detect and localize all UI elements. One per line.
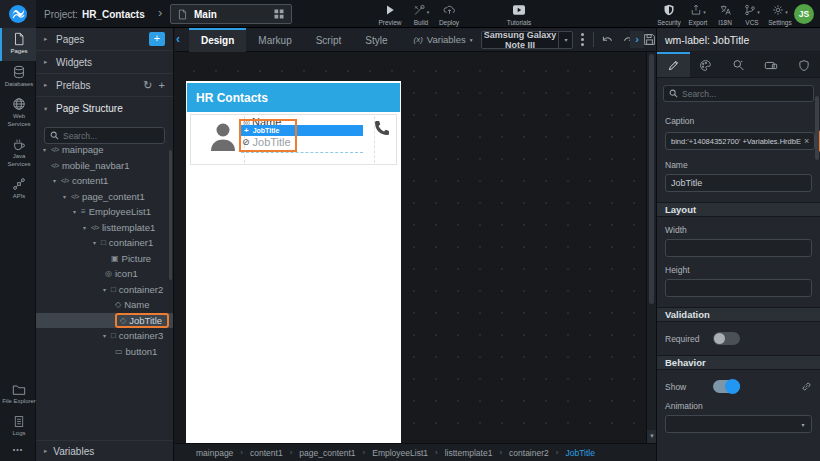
- name-input[interactable]: JobTitle: [665, 174, 812, 192]
- collapse-left-panel-icon[interactable]: ‹: [176, 32, 180, 46]
- height-input[interactable]: [665, 279, 812, 297]
- rail-item-databases[interactable]: Databases: [0, 61, 36, 94]
- caption-input[interactable]: bind:'+14084352700' +Variables.HrdbE ×: [665, 132, 815, 150]
- add-page-button[interactable]: +: [149, 32, 165, 46]
- section-page-structure[interactable]: ▾ Page Structure: [36, 97, 173, 120]
- canvas-scrollbar-thumb[interactable]: [649, 54, 654, 304]
- section-prefabs[interactable]: ▸ Prefabs ↻ +: [36, 74, 173, 97]
- tab-properties[interactable]: [657, 52, 690, 77]
- app-logo[interactable]: [0, 0, 36, 28]
- tree-node-content1[interactable]: ▾</>content1: [36, 173, 173, 189]
- prefabs-add-icon[interactable]: +: [159, 79, 165, 91]
- variables-dropdown[interactable]: (x) Variables ▾: [414, 34, 473, 45]
- breadcrumb-item-EmployeeList1[interactable]: EmployeeList1: [372, 448, 428, 458]
- rail-item-apis[interactable]: APIs: [0, 173, 36, 206]
- canvas-workspace[interactable]: HR Contacts ◎ Name +: [175, 52, 646, 443]
- preview-label: Preview: [378, 19, 401, 26]
- collapse-right-panel-icon[interactable]: ›: [630, 31, 644, 48]
- breadcrumb-item-page_content1[interactable]: page_content1: [299, 448, 355, 458]
- width-input[interactable]: [665, 239, 812, 257]
- page-file-icon: [177, 8, 188, 21]
- device-icon: [764, 59, 778, 72]
- tab-device[interactable]: [755, 52, 788, 77]
- settings-button[interactable]: ▾ Settings: [763, 2, 797, 27]
- save-icon[interactable]: [643, 33, 656, 46]
- tree-node-listtemplate1[interactable]: ▾</>listtemplate1: [36, 220, 173, 236]
- tree-node-mobile_navbar1[interactable]: </>mobile_navbar1: [36, 158, 173, 174]
- properties-search-input[interactable]: Search...: [663, 85, 814, 102]
- tree-expand-icon[interactable]: ▾: [91, 239, 98, 246]
- pages-grid-icon[interactable]: [273, 8, 285, 20]
- tree-node-Picture[interactable]: ▣Picture: [36, 251, 173, 267]
- canvas-tab-script[interactable]: Script: [304, 28, 354, 52]
- layout-section-header[interactable]: Layout: [657, 202, 820, 217]
- canvas-tab-design[interactable]: Design: [189, 28, 246, 52]
- picture-person-icon[interactable]: [209, 121, 237, 153]
- rail-item-java-services[interactable]: Java Services: [0, 133, 36, 173]
- prefabs-refresh-icon[interactable]: ↻: [143, 79, 152, 92]
- page-tab-main[interactable]: Main: [170, 4, 292, 24]
- phone-preview[interactable]: HR Contacts ◎ Name +: [186, 81, 401, 461]
- tab-events[interactable]: [722, 52, 755, 77]
- behavior-section-header[interactable]: Behavior: [657, 355, 820, 370]
- phone-call-icon[interactable]: [373, 119, 391, 137]
- tree-expand-icon[interactable]: ▾: [41, 146, 48, 153]
- preview-button[interactable]: Preview: [373, 2, 407, 27]
- caption-clear-icon[interactable]: ×: [804, 136, 809, 146]
- tree-node-JobTitle[interactable]: ◇JobTitle: [36, 313, 173, 329]
- rail-item-pages[interactable]: Pages: [0, 28, 36, 61]
- tree-expand-icon[interactable]: ▾: [61, 193, 68, 200]
- mobile-navbar[interactable]: HR Contacts: [187, 83, 400, 112]
- required-toggle[interactable]: [713, 332, 740, 345]
- undo-icon[interactable]: [601, 33, 614, 46]
- rail-item-file-explorer[interactable]: File Explorer: [0, 379, 36, 411]
- tree-expand-icon[interactable]: ▾: [71, 208, 78, 215]
- tab-security[interactable]: [787, 52, 820, 77]
- left-panel: ▸ Pages + ▸ Widgets ▸ Prefabs ↻ + ▾ Page…: [36, 28, 174, 461]
- tutorials-button[interactable]: Tutorials: [502, 2, 536, 27]
- canvas-tab-markup[interactable]: Markup: [246, 28, 303, 52]
- tree-expand-icon[interactable]: ▾: [81, 224, 88, 231]
- properties-search-wrap: Search...: [657, 78, 820, 108]
- tree-node-container2[interactable]: ▾□container2: [36, 282, 173, 298]
- show-toggle[interactable]: [713, 380, 740, 393]
- tab-styles[interactable]: [690, 52, 723, 77]
- tree-node-button1[interactable]: ▭button1: [36, 344, 173, 360]
- breadcrumb-item-container2[interactable]: container2: [509, 448, 549, 458]
- tree-node-container3[interactable]: ▾□container3: [36, 328, 173, 344]
- section-variables[interactable]: ▸ Variables: [36, 440, 173, 461]
- properties-panel-title: wm-label: JobTitle: [657, 28, 820, 52]
- tree-node-EmployeeList1[interactable]: ▾≡EmployeeList1: [36, 204, 173, 220]
- java-services-coffee-icon: [12, 137, 26, 151]
- project-name[interactable]: HR_Contacts: [82, 9, 145, 20]
- tree-expand-icon[interactable]: ▾: [51, 177, 58, 184]
- breadcrumb-item-mainpage[interactable]: mainpage: [196, 448, 233, 458]
- left-panel-scrollbar[interactable]: [169, 150, 172, 280]
- rail-item-web-services[interactable]: Web Services: [0, 93, 36, 133]
- rail-item-logs[interactable]: Logs: [0, 411, 36, 443]
- animation-select[interactable]: ▾: [665, 415, 812, 433]
- canvas-scrollbar[interactable]: ▼: [646, 52, 656, 443]
- deploy-button[interactable]: Deploy: [432, 2, 466, 27]
- tree-node-Name[interactable]: ◇Name: [36, 297, 173, 313]
- canvas-tab-style[interactable]: Style: [353, 28, 399, 52]
- user-avatar[interactable]: JS: [794, 4, 814, 24]
- section-pages[interactable]: ▸ Pages +: [36, 28, 173, 51]
- show-bind-button[interactable]: [801, 381, 812, 392]
- section-widgets[interactable]: ▸ Widgets: [36, 51, 173, 74]
- breadcrumb-item-listtemplate1[interactable]: listtemplate1: [445, 448, 493, 458]
- validation-section-header[interactable]: Validation: [657, 307, 820, 322]
- device-selector[interactable]: Samsung Galaxy Note III ▾: [481, 31, 574, 49]
- rail-more-icon[interactable]: •••: [0, 442, 36, 457]
- tree-node-container1[interactable]: ▾□container1: [36, 235, 173, 251]
- breadcrumb-item-JobTitle[interactable]: JobTitle: [565, 448, 594, 458]
- breadcrumb-item-content1[interactable]: content1: [250, 448, 283, 458]
- variables-fx-icon: (x): [414, 35, 423, 44]
- tree-node-mainpage[interactable]: ▾</>mainpage: [36, 142, 173, 158]
- canvas-more-icon[interactable]: [581, 33, 584, 46]
- tree-expand-icon[interactable]: ▾: [101, 332, 108, 339]
- tree-node-icon1[interactable]: ◎icon1: [36, 266, 173, 282]
- tree-expand-icon[interactable]: ▾: [101, 286, 108, 293]
- properties-scrollbar[interactable]: [815, 96, 819, 160]
- tree-node-page_content1[interactable]: ▾</>page_content1: [36, 189, 173, 205]
